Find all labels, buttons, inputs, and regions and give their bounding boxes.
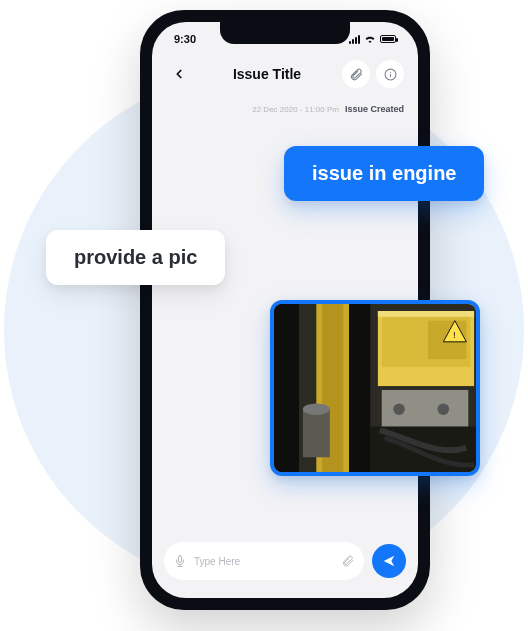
svg-rect-17 — [274, 304, 299, 472]
phone-notch — [220, 22, 350, 44]
agent-message-text: provide a pic — [74, 246, 197, 268]
svg-rect-21 — [378, 311, 474, 317]
issue-meta: 22 Dec 2020 - 11:00 Pm Issue Created — [166, 104, 404, 114]
info-button[interactable] — [376, 60, 404, 88]
send-button[interactable] — [372, 544, 406, 578]
header-actions — [342, 60, 404, 88]
status-indicators — [349, 33, 396, 45]
issue-timestamp: 22 Dec 2020 - 11:00 Pm — [252, 105, 339, 114]
attach-header-button[interactable] — [342, 60, 370, 88]
chevron-left-icon — [172, 67, 186, 81]
status-time: 9:30 — [174, 33, 196, 45]
svg-point-20 — [303, 403, 330, 415]
user-message-text: issue in engine — [312, 162, 456, 184]
agent-message-bubble: provide a pic — [46, 230, 225, 285]
image-attachment[interactable]: ! — [270, 300, 480, 476]
svg-point-13 — [438, 403, 450, 415]
signal-icon — [349, 35, 360, 44]
engine-photo: ! — [274, 304, 476, 472]
page-title: Issue Title — [200, 66, 334, 82]
composer-input-wrap — [164, 542, 364, 580]
send-icon — [382, 554, 396, 568]
paperclip-icon[interactable] — [342, 555, 354, 567]
battery-icon — [380, 35, 396, 43]
svg-rect-19 — [303, 409, 330, 457]
app-header: Issue Title — [152, 56, 418, 98]
paperclip-icon — [350, 68, 363, 81]
user-message-bubble: issue in engine — [284, 146, 484, 201]
message-input[interactable] — [194, 556, 334, 567]
info-icon — [384, 68, 397, 81]
back-button[interactable] — [166, 61, 192, 87]
issue-status-label: Issue Created — [345, 104, 404, 114]
microphone-icon[interactable] — [174, 555, 186, 567]
wifi-icon — [364, 33, 376, 45]
svg-text:!: ! — [453, 329, 456, 340]
svg-point-12 — [393, 403, 405, 415]
svg-rect-18 — [349, 304, 370, 472]
message-composer — [152, 532, 418, 598]
